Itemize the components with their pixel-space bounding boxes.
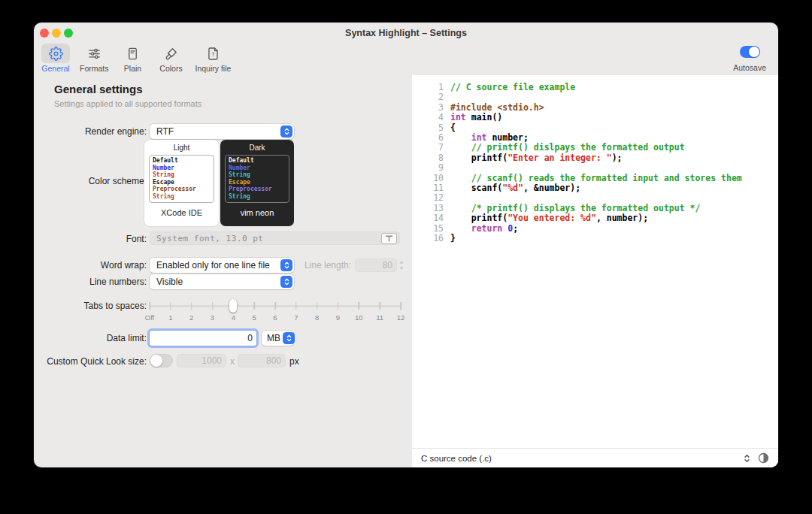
line-number: 4 [412,113,444,122]
statusbar-actions [743,452,769,464]
scheme-token-line: String [229,171,286,179]
code-preview: 1// C source file example23#include <std… [412,75,778,448]
code-text: #include <stdio.h> [450,103,544,113]
color-scheme-light-card[interactable]: Light DefaultNumberStringEscapePreproces… [144,140,219,226]
data-limit-unit-select[interactable]: MB [262,331,294,346]
code-line: 16} [412,234,778,243]
chevron-up-down-icon [280,125,292,138]
scheme-token-line: Preprocessor [153,186,211,193]
slider-tick [170,302,171,310]
preview-statusbar: C source code (.c) [412,448,778,467]
toolbar-item-formats[interactable]: Formats [80,44,109,73]
color-scheme-label: Color scheme: [34,176,147,186]
toolbar-item-plain[interactable]: Plain [119,44,147,73]
code-line: 15 return 0; [412,224,778,234]
slider-tick-label: 1 [168,313,172,322]
code-line: 4int main() [412,113,778,122]
render-engine-value: RTF [156,126,174,137]
toolbar-item-label: Formats [80,64,109,73]
slider-tick-label: 9 [336,313,340,322]
scheme-token-line: Default [229,157,286,165]
line-numbers-select[interactable]: Visible [150,274,294,289]
render-engine-label: Render engine: [34,126,147,137]
preview-format-select[interactable]: C source code (.c) [421,454,492,463]
code-line: 2 [412,92,778,102]
line-number: 6 [412,133,444,143]
slider-tick [379,302,380,310]
line-length-label: Line length: [256,260,351,271]
settings-window: Syntax Highlight – Settings GeneralForma… [34,23,778,467]
quick-look-width-input[interactable] [177,354,226,367]
code-text: int number; [450,133,529,143]
settings-panel: General settings Settings applied to all… [34,75,412,467]
toolbar-items: GeneralFormatsPlainColors?Inquiry file [41,44,231,73]
code-line: 10 // scanf() reads the formatted input … [412,174,778,183]
scheme-token-line: Preprocessor [229,186,286,193]
page-title: General settings [54,83,143,95]
quick-look-label: Custom Quick Look size: [34,356,147,367]
data-limit-input[interactable] [150,331,256,346]
slider-tick [274,302,276,310]
line-number: 13 [412,204,444,213]
slider-tick [295,302,297,310]
toolbar-item-general[interactable]: General [41,44,70,73]
scheme-token-line: Escape [229,179,286,186]
line-number: 11 [412,183,444,193]
chevron-up-down-icon [283,332,295,344]
toolbar-item-label: General [41,64,69,73]
quick-look-unit: px [289,356,299,367]
code-line: 5{ [412,123,778,133]
autosave-toggle[interactable] [740,46,760,58]
code-text: } [450,234,456,243]
titlebar: Syntax Highlight – Settings [34,23,778,44]
line-number: 1 [412,83,444,92]
color-scheme-dark-card[interactable]: Dark DefaultNumberStringEscapePreprocess… [220,140,294,226]
quick-look-width-field [177,354,226,367]
tabs-to-spaces-slider[interactable]: Off123456789101112 [150,299,401,322]
slider-tick-label: 3 [211,313,214,322]
format-chevron-up-down-icon[interactable] [743,452,751,464]
line-numbers-label: Line numbers: [34,277,147,287]
scheme-token-line: String [153,193,211,201]
slider-tick [400,302,401,310]
line-number: 5 [412,123,444,133]
code-line: 11 scanf("%d", &number); [412,183,778,193]
slider-tick [212,302,214,310]
render-engine-select[interactable]: RTF [150,124,294,139]
toggle-knob [749,47,759,57]
contrast-toggle-icon[interactable] [758,452,769,464]
code-line: 8 printf("Enter an integer: "); [412,153,778,163]
gear-icon [41,44,70,63]
code-text: scanf("%d", &number); [450,183,580,193]
toolbar-item-label: Colors [159,64,182,73]
slider-tick-label: 5 [253,313,256,322]
toolbar-item-inquiry-file[interactable]: ?Inquiry file [195,44,232,73]
code-text: int main() [450,113,502,122]
document-icon [119,44,147,63]
scheme-token-line: Number [153,165,211,172]
scheme-dark-name: vim neon [220,208,294,217]
line-length-input[interactable] [355,259,397,272]
scheme-token-line: Number [229,165,286,172]
toolbar-item-colors[interactable]: Colors [157,44,186,73]
font-panel-button[interactable] [381,233,397,244]
font-value: System font, 13.0 pt [156,234,263,243]
code-text: // C source file example [450,83,575,92]
line-number: 8 [412,153,444,163]
code-text: printf("Enter an integer: "); [450,153,623,163]
quick-look-toggle[interactable] [150,354,173,367]
slider-tick-label: 6 [273,313,277,322]
quick-look-height-input[interactable] [238,354,286,367]
slider-handle[interactable] [229,299,237,313]
svg-text:?: ? [211,51,214,58]
quick-look-separator: x [230,356,235,367]
line-number: 7 [412,143,444,153]
data-limit-label: Data limit: [34,333,147,343]
line-length-stepper[interactable] [398,259,404,271]
code-line: 14 printf("You entered: %d", number); [412,213,778,223]
window-title: Syntax Highlight – Settings [34,28,778,38]
code-text: /* printf() displays the formatted outpu… [450,204,700,213]
question-document-icon: ? [198,44,227,63]
slider-tick-label: Off [145,313,155,322]
line-number: 12 [412,193,444,203]
